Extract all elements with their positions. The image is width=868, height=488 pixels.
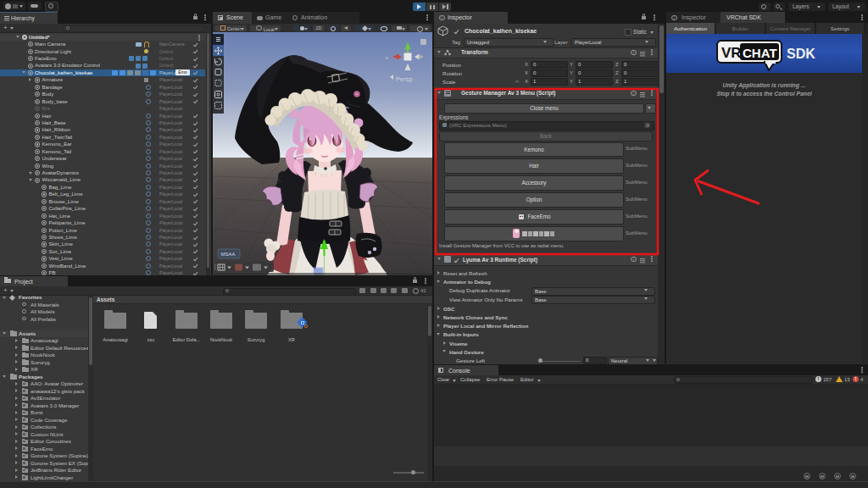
svg-text:MSAA: MSAA bbox=[221, 252, 236, 257]
svg-text:Persp: Persp bbox=[396, 75, 413, 83]
svg-text:x: x bbox=[386, 55, 388, 60]
svg-text:VR: VR bbox=[721, 45, 742, 61]
svg-text:CHAT: CHAT bbox=[743, 46, 777, 60]
svg-text:SDK: SDK bbox=[787, 47, 815, 61]
